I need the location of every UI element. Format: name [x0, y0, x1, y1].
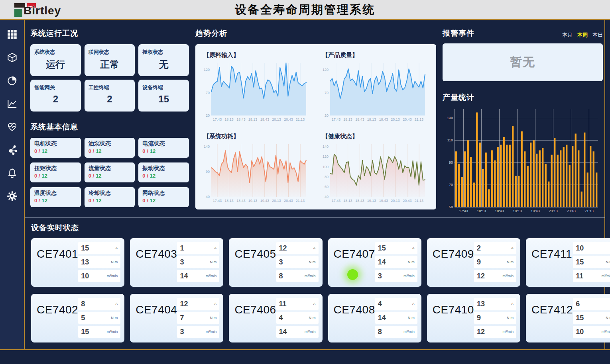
system-status-panel: 系统运行工况 系统状态 运行 联网状态 正常 授权状态 无	[30, 28, 189, 207]
svg-text:18:43: 18:43	[355, 199, 364, 203]
total-count: 12	[41, 198, 47, 204]
device-metrics: 2 A 9 N·m 12 m³/min	[474, 242, 516, 283]
health-heart-icon[interactable]	[7, 121, 18, 132]
svg-text:70: 70	[449, 183, 453, 187]
device-name: CE7407	[334, 248, 375, 260]
torque-unit: N·m	[408, 316, 415, 320]
output-bar-chart: 50709011013017:4318:1318:4319:1319:4320:…	[443, 106, 603, 216]
current-unit: A	[115, 246, 118, 250]
flow-value: 8	[279, 272, 283, 280]
torque-value: 3	[180, 258, 184, 266]
flow-unit: m³/min	[502, 330, 514, 334]
status-card: 联网状态 正常	[85, 44, 135, 76]
device-name: CE7404	[136, 303, 177, 316]
torque-metric: 9 N·m	[474, 256, 516, 268]
status-card-value: 运行	[34, 58, 77, 71]
app-header: Birtley 设备全寿命周期管理系统	[0, 0, 610, 19]
info-card: 油泵状态 0 /12	[85, 138, 135, 158]
current-value: 12	[180, 300, 188, 308]
status-card: 授权状态 无	[138, 44, 189, 76]
flow-metric: 8 m³/min	[375, 326, 417, 338]
brand-logo: Birtley	[11, 1, 83, 18]
device-name: CE7405	[234, 248, 276, 260]
info-card-label: 扭矩状态	[34, 165, 77, 172]
raw-input-chart-block: 【原料输入】 207012017:4318:1318:4319:1319:432…	[200, 47, 313, 125]
info-card-values: 0 /12	[34, 198, 77, 204]
output-stats-title: 产量统计	[443, 92, 603, 103]
device-card[interactable]: CE7411 10 A 15 N·m 11	[526, 238, 610, 287]
current-metric: 11 A	[276, 298, 319, 310]
torque-unit: N·m	[606, 260, 610, 264]
current-metric: 2 A	[474, 242, 516, 254]
current-value: 2	[477, 244, 481, 252]
logo-text: Birtley	[24, 4, 61, 17]
info-card-values: 0 /12	[34, 148, 77, 154]
torque-value: 9	[477, 258, 481, 266]
device-name: CE7402	[37, 303, 78, 316]
alarm-empty-card: 暂无	[443, 43, 603, 81]
device-name: CE7412	[531, 303, 573, 316]
device-card[interactable]: CE7407 15 A 14 N·m 3	[328, 238, 421, 287]
torque-unit: N·m	[111, 316, 118, 320]
torque-unit: N·m	[111, 260, 118, 264]
device-metrics: 8 A 5 N·m 15 m³/min	[78, 298, 120, 339]
trend-line-icon[interactable]	[7, 98, 18, 109]
svg-text:40: 40	[325, 195, 329, 199]
torque-metric: 4 N·m	[276, 312, 319, 324]
info-card-values: 0 /12	[89, 148, 131, 154]
device-card-left: CE7401	[37, 242, 78, 283]
status-card-value: 2	[34, 94, 77, 105]
svg-text:18:13: 18:13	[343, 117, 352, 121]
device-card[interactable]: CE7412 6 A 15 N·m 10	[526, 294, 610, 342]
tab-week[interactable]: 本周	[577, 31, 588, 39]
cube-icon[interactable]	[7, 52, 18, 63]
current-metric: 8 A	[78, 298, 120, 310]
device-card[interactable]: CE7409 2 A 9 N·m 12	[427, 238, 520, 287]
health-chart: 40608010012014017:4318:1318:4319:1319:43…	[319, 141, 431, 205]
svg-text:17:43: 17:43	[459, 209, 468, 213]
fault-count: 0 /	[89, 173, 94, 179]
flow-metric: 3 m³/min	[375, 270, 417, 282]
current-unit: A	[412, 302, 415, 306]
device-card[interactable]: CE7408 4 A 14 N·m 8	[328, 294, 421, 342]
alarm-bell-icon[interactable]	[7, 168, 18, 178]
svg-text:19:13: 19:13	[367, 117, 376, 121]
device-card[interactable]: CE7402 8 A 5 N·m 15	[31, 294, 124, 342]
svg-text:20:13: 20:13	[549, 209, 558, 213]
torque-value: 3	[279, 258, 283, 266]
svg-text:18:43: 18:43	[236, 199, 246, 203]
device-status-title: 设备实时状态	[31, 223, 599, 233]
device-card[interactable]: CE7404 12 A 7 N·m 3	[130, 294, 223, 342]
device-name: CE7406	[234, 303, 276, 316]
device-card[interactable]: CE7405 12 A 3 N·m 8	[229, 238, 322, 287]
apps-grid-icon[interactable]	[7, 29, 18, 40]
svg-text:90: 90	[449, 160, 453, 164]
svg-text:19:43: 19:43	[260, 199, 270, 203]
fault-count: 0 /	[142, 198, 148, 204]
settings-gear-icon[interactable]	[7, 191, 18, 202]
status-card-label: 授权状态	[142, 49, 185, 56]
product-quality-chart-title: 【产品质量】	[322, 51, 431, 59]
flow-metric: 12 m³/min	[474, 270, 516, 282]
status-card-label: 工控终端	[89, 84, 131, 91]
tab-day[interactable]: 本日	[592, 31, 603, 39]
flow-value: 8	[378, 328, 382, 336]
device-card[interactable]: CE7410 13 A 9 N·m 12	[427, 294, 520, 342]
pie-chart-icon[interactable]	[7, 75, 18, 86]
flow-value: 15	[81, 328, 89, 336]
current-metric: 13 A	[474, 298, 516, 310]
device-card[interactable]: CE7406 11 A 4 N·m 14	[229, 294, 322, 342]
current-metric: 15 A	[375, 242, 417, 254]
svg-text:20:43: 20:43	[403, 199, 412, 203]
torque-metric: 3 N·m	[177, 256, 219, 268]
device-card[interactable]: CE7401 15 A 13 N·m 10	[31, 238, 124, 287]
svg-text:19:13: 19:13	[513, 209, 522, 213]
health-chart-block: 【健康状态】 40608010012014017:4318:1318:4319:…	[319, 129, 431, 207]
torque-metric: 5 N·m	[78, 312, 120, 324]
svg-text:20:13: 20:13	[272, 199, 281, 203]
topology-icon[interactable]	[7, 145, 18, 155]
tab-month[interactable]: 本月	[562, 31, 573, 39]
device-card[interactable]: CE7403 1 A 3 N·m 14	[130, 238, 223, 287]
fault-count: 0 /	[89, 198, 94, 204]
alarm-empty-text: 暂无	[510, 54, 535, 70]
